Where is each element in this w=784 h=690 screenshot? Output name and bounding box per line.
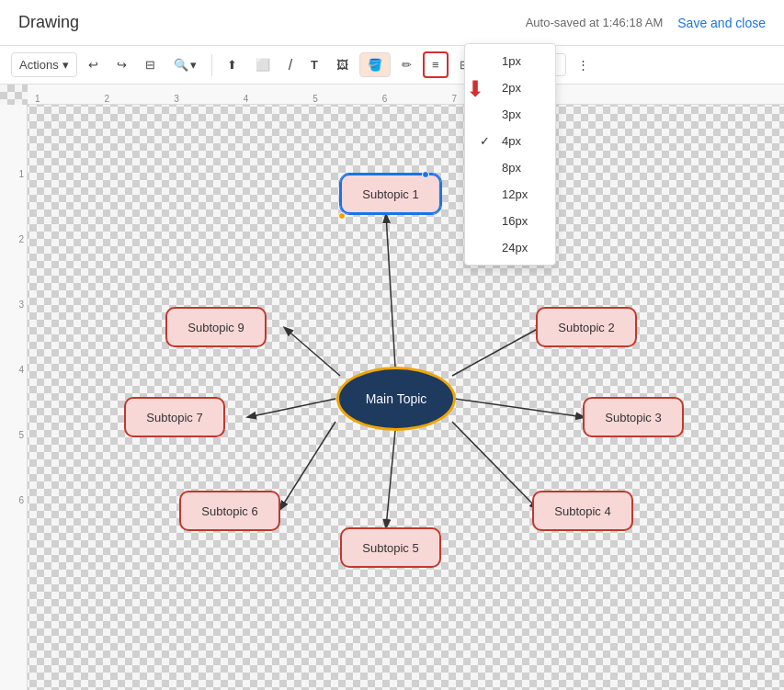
line-weight-24px-label: 24px: [502, 241, 528, 255]
line-weight-12px[interactable]: 12px: [465, 181, 555, 208]
more-icon: ⋮: [577, 58, 589, 72]
print-button[interactable]: ⊟: [138, 53, 163, 76]
check-1px: [480, 54, 494, 68]
subtopic-1-label: Subtopic 1: [362, 187, 418, 201]
shape-icon: ⬜: [256, 58, 270, 72]
image-tool-button[interactable]: 🖼: [329, 53, 356, 76]
line-weight-8px[interactable]: 8px: [465, 154, 555, 181]
subtopic-3-label: Subtopic 3: [605, 411, 661, 424]
print-icon: ⊟: [145, 58, 155, 72]
svg-line-6: [248, 399, 335, 417]
text-tool-button[interactable]: T: [303, 53, 325, 76]
subtopic-7-label: Subtopic 7: [146, 411, 202, 424]
subtopic-6-node[interactable]: Subtopic 6: [179, 491, 280, 531]
subtopic-7-node[interactable]: Subtopic 7: [124, 397, 225, 437]
check-24px: [480, 241, 494, 255]
line-weight-button[interactable]: ≡: [423, 51, 449, 78]
line-weight-16px[interactable]: 16px: [465, 208, 555, 234]
canvas-drawing-area[interactable]: Subtopic 1 Subtopic 2 Subtopic 3 Subtopi…: [28, 105, 784, 690]
window-title: Drawing: [18, 13, 79, 32]
main-topic-label: Main Topic: [366, 391, 427, 406]
text-icon: T: [311, 58, 318, 72]
selection-handle-left[interactable]: [338, 212, 346, 220]
ruler-h-5: 5: [312, 94, 382, 104]
line-weight-2px-label: 2px: [502, 81, 521, 95]
canvas-container[interactable]: 1 2 3 4 5 6 7 8 1 2 3 4 5 6: [0, 85, 784, 690]
pen-button[interactable]: ✏: [394, 53, 419, 76]
subtopic-1-node[interactable]: Subtopic 1: [340, 174, 441, 214]
title-bar-right: Auto-saved at 1:46:18 AM Save and close: [526, 16, 766, 30]
app-window: Drawing Auto-saved at 1:46:18 AM Save an…: [0, 0, 784, 690]
line-tool-button[interactable]: /: [281, 52, 300, 78]
red-arrow-indicator: ⬇: [466, 76, 484, 102]
subtopic-4-label: Subtopic 4: [554, 504, 610, 518]
shape-tool-button[interactable]: ⬜: [248, 53, 278, 76]
line-weight-24px[interactable]: 24px: [465, 234, 555, 261]
svg-line-5: [280, 422, 335, 509]
check-8px: [480, 161, 494, 175]
subtopic-9-label: Subtopic 9: [187, 321, 244, 334]
zoom-chevron: ▾: [190, 58, 197, 72]
line-weight-1px[interactable]: 1px: [465, 48, 555, 74]
line-weight-3px-label: 3px: [502, 107, 521, 121]
line-icon: /: [289, 57, 292, 74]
redo-button[interactable]: ↪: [109, 53, 134, 76]
actions-label: Actions: [19, 58, 59, 72]
subtopic-5-label: Subtopic 5: [362, 541, 418, 555]
check-16px: [480, 214, 494, 228]
subtopic-6-label: Subtopic 6: [201, 504, 257, 518]
line-weight-4px-label: 4px: [502, 134, 521, 148]
main-topic-node[interactable]: Main Topic: [336, 367, 456, 431]
undo-icon: ↩: [88, 58, 98, 72]
ruler-h-3: 3: [174, 94, 244, 104]
more-options-button[interactable]: ⋮: [570, 53, 597, 76]
ruler-horizontal: 1 2 3 4 5 6 7 8: [28, 85, 784, 105]
ruler-v-1: 1: [18, 105, 27, 179]
line-weight-16px-label: 16px: [502, 214, 528, 228]
line-weight-12px-label: 12px: [502, 187, 528, 201]
zoom-button[interactable]: 🔍 ▾: [166, 53, 204, 76]
actions-button[interactable]: Actions ▾: [11, 52, 77, 77]
ruler-v-6: 6: [18, 440, 27, 505]
svg-line-7: [285, 328, 340, 376]
subtopic-4-node[interactable]: Subtopic 4: [532, 491, 633, 531]
line-weight-4px[interactable]: ✓ 4px: [465, 128, 555, 154]
ruler-h-6: 6: [382, 94, 452, 104]
line-weight-8px-label: 8px: [502, 161, 521, 175]
subtopic-9-node[interactable]: Subtopic 9: [165, 307, 267, 347]
ruler-h-1: 1: [28, 94, 105, 104]
save-close-button[interactable]: Save and close: [677, 16, 766, 30]
undo-button[interactable]: ↩: [81, 53, 106, 76]
svg-line-4: [386, 431, 395, 527]
line-weight-1px-label: 1px: [502, 54, 521, 68]
ruler-h-2: 2: [105, 94, 175, 104]
selection-handle-top[interactable]: [422, 171, 429, 178]
paint-button[interactable]: 🪣: [359, 52, 391, 77]
svg-line-0: [386, 215, 395, 367]
pen-icon: ✏: [402, 58, 412, 72]
check-12px: [480, 187, 494, 201]
line-weight-icon: ≡: [432, 58, 439, 72]
paint-icon: 🪣: [368, 58, 382, 72]
zoom-icon: 🔍: [174, 58, 188, 72]
title-bar: Drawing Auto-saved at 1:46:18 AM Save an…: [0, 0, 784, 46]
ruler-v-5: 5: [18, 375, 27, 440]
ruler-v-2: 2: [18, 179, 27, 244]
ruler-v-3: 3: [18, 244, 27, 310]
subtopic-5-node[interactable]: Subtopic 5: [340, 527, 441, 568]
divider-1: [211, 54, 212, 76]
ruler-h-4: 4: [244, 94, 313, 104]
image-icon: 🖼: [336, 58, 348, 72]
svg-line-2: [455, 399, 584, 417]
check-3px: [480, 107, 494, 121]
svg-line-3: [452, 422, 538, 509]
redo-icon: ↪: [117, 58, 127, 72]
svg-line-1: [452, 325, 544, 376]
line-weight-3px[interactable]: 3px: [465, 101, 555, 128]
actions-chevron-icon: ▾: [62, 58, 69, 72]
toolbar: Actions ▾ ↩ ↪ ⊟ 🔍 ▾ ⬆ ⬜ / T 🖼: [0, 46, 784, 85]
subtopic-3-node[interactable]: Subtopic 3: [583, 397, 684, 437]
select-tool-button[interactable]: ⬆: [220, 53, 244, 76]
ruler-vertical: 1 2 3 4 5 6: [0, 105, 28, 690]
subtopic-2-node[interactable]: Subtopic 2: [536, 307, 637, 347]
